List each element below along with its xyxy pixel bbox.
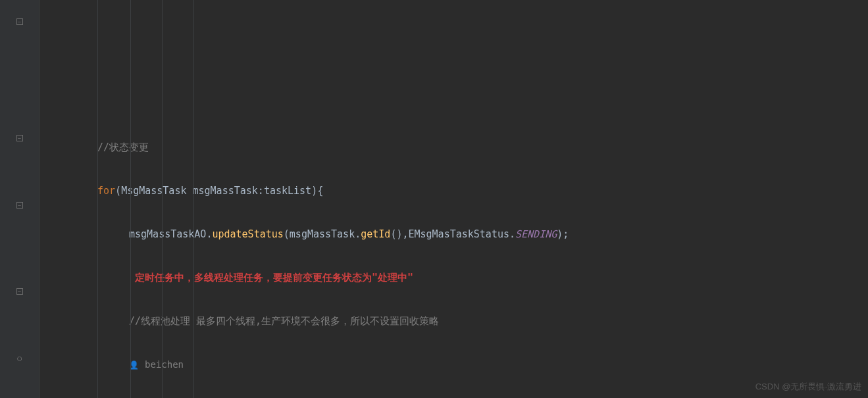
code-line: 👤 beichen	[97, 354, 868, 376]
editor-gutter: − − − − ◯	[0, 0, 39, 398]
code-line: //线程池处理 最多四个线程,生产环境不会很多，所以不设置回收策略	[97, 311, 868, 332]
code-line: //状态变更	[97, 137, 868, 159]
fold-icon[interactable]: −	[16, 135, 23, 141]
author-label: beichen	[145, 359, 184, 370]
impl-icon[interactable]: ◯	[17, 354, 22, 362]
watermark: CSDN @无所畏惧·激流勇进	[755, 381, 861, 393]
code-line: msgMassTaskAO.updateStatus(msgMassTask.g…	[97, 224, 868, 245]
code-line: for(MsgMassTask msgMassTask:taskList){	[97, 180, 868, 202]
fold-icon[interactable]: −	[16, 18, 23, 25]
fold-icon[interactable]: −	[16, 288, 23, 295]
code-line: 定时任务中，多线程处理任务，要提前变更任务状态为"处理中"	[97, 267, 868, 289]
fold-icon[interactable]: −	[16, 202, 23, 209]
code-editor[interactable]: − − − − ◯ //状态变更 for(MsgMassTask msgMass…	[0, 0, 868, 398]
code-content[interactable]: //状态变更 for(MsgMassTask msgMassTask:taskL…	[39, 0, 868, 398]
